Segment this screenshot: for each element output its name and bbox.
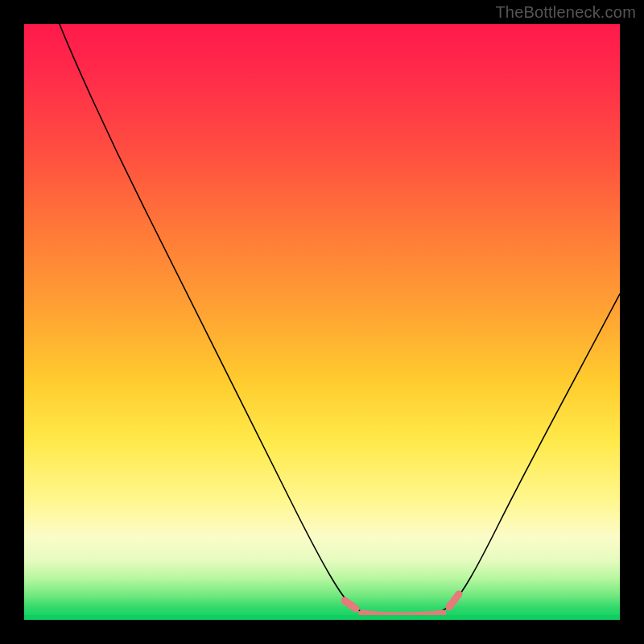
chart-stage: TheBottleneck.com [0,0,644,644]
watermark-text: TheBottleneck.com [495,3,636,22]
bottleneck-curve [60,24,620,616]
optimal-marker-left [345,601,356,609]
bottom-green-band [24,615,620,620]
curve-layer [24,24,620,620]
plot-area [24,24,620,620]
optimal-marker-right [449,594,459,607]
